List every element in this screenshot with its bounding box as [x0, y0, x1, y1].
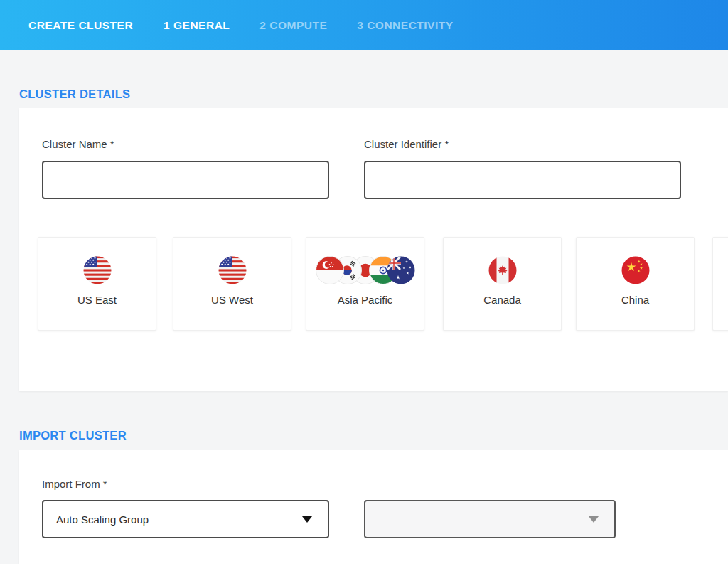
chevron-down-icon: [589, 516, 599, 523]
region-card-asia-pacific[interactable]: Asia Pacific: [306, 237, 424, 331]
cluster-name-label: Cluster Name *: [42, 138, 114, 150]
import-from-value: Auto Scaling Group: [56, 514, 149, 526]
wizard-header: CREATE CLUSTER 1 GENERAL 2 COMPUTE 3 CON…: [0, 0, 728, 50]
region-label: Asia Pacific: [338, 294, 393, 306]
region-label: Canada: [483, 294, 521, 306]
region-card-canada[interactable]: Canada: [443, 237, 562, 331]
import-from-dropdown[interactable]: Auto Scaling Group: [42, 500, 329, 538]
cluster-details-heading: CLUSTER DETAILS: [19, 87, 130, 101]
import-cluster-panel: Import From * Auto Scaling Group: [19, 450, 728, 564]
tab-connectivity[interactable]: 3 CONNECTIVITY: [357, 19, 453, 32]
import-cluster-heading: IMPORT CLUSTER: [19, 429, 127, 442]
region-label: China: [621, 294, 649, 306]
cluster-identifier-label: Cluster Identifier *: [364, 138, 449, 150]
tab-compute[interactable]: 2 COMPUTE: [259, 19, 327, 32]
cluster-details-panel: Cluster Name * Cluster Identifier *: [19, 108, 728, 391]
canada-flag-icon: [488, 256, 517, 284]
asia-pacific-flags-icon: [316, 256, 415, 284]
china-flag-icon: [621, 256, 650, 284]
us-flag-icon: [83, 256, 112, 284]
us-flag-icon: [218, 256, 247, 284]
cluster-identifier-input[interactable]: [364, 161, 681, 199]
region-card-us-east[interactable]: US East: [38, 237, 156, 331]
import-from-label: Import From *: [42, 478, 107, 490]
region-card-us-west[interactable]: US West: [173, 237, 291, 331]
region-card-partial[interactable]: [712, 237, 728, 331]
region-card-china[interactable]: China: [576, 237, 695, 331]
region-label: US West: [211, 294, 253, 306]
tab-general[interactable]: 1 GENERAL: [164, 19, 230, 32]
wizard-title: CREATE CLUSTER: [28, 19, 133, 32]
cluster-name-input[interactable]: [42, 161, 329, 199]
chevron-down-icon: [302, 516, 312, 523]
import-target-dropdown[interactable]: [364, 500, 616, 538]
region-label: US East: [77, 294, 117, 306]
